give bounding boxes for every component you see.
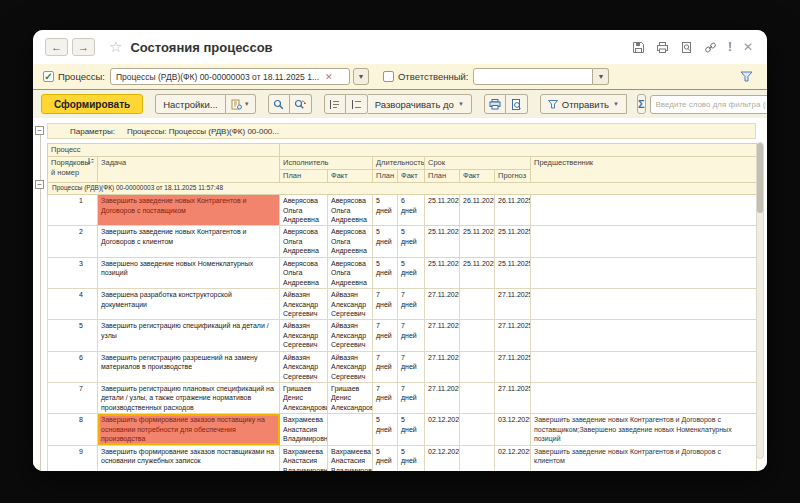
header-executor[interactable]: Исполнитель bbox=[280, 157, 373, 170]
cell-forecast[interactable]: 03.12.2025 bbox=[495, 414, 531, 445]
filter-funnel-button[interactable] bbox=[735, 68, 757, 86]
cell-num[interactable]: 7 bbox=[48, 383, 98, 414]
cell-exec-fact[interactable]: Айвазян Александр Сергеевич bbox=[328, 351, 373, 382]
cell-task[interactable]: Завершить регистрацию плановых специфика… bbox=[98, 383, 280, 414]
cell-forecast[interactable]: 27.11.2025 bbox=[495, 351, 531, 382]
cell-task[interactable]: Завершить заведение новых Контрагентов и… bbox=[98, 195, 280, 226]
cell-date-fact[interactable]: 25.11.2025 bbox=[460, 226, 495, 257]
cell-predecessor[interactable] bbox=[531, 383, 757, 414]
cell-dur-plan[interactable]: 7 дней bbox=[373, 289, 398, 320]
cell-exec-fact[interactable]: Аверясова Ольга Андреевна bbox=[328, 195, 373, 226]
group-row-label[interactable]: Процессы (РДВ)(ФК) 00-00000003 от 18.11.… bbox=[48, 183, 757, 195]
preview-icon[interactable] bbox=[680, 41, 693, 54]
cell-date-plan[interactable]: 25.11.2025 bbox=[425, 226, 460, 257]
cell-num[interactable]: 1 bbox=[48, 195, 98, 226]
alerts-icon[interactable]: ! bbox=[728, 40, 732, 54]
cell-predecessor[interactable] bbox=[531, 257, 757, 288]
cell-exec-plan[interactable]: Аверясова Ольга Андреевна bbox=[280, 226, 328, 257]
filter-word-input[interactable] bbox=[650, 95, 768, 114]
cell-dur-fact[interactable]: 7 дней bbox=[398, 351, 425, 382]
cell-dur-plan[interactable]: 5 дней bbox=[373, 414, 398, 445]
cell-forecast[interactable]: 25.11.2025 bbox=[495, 226, 531, 257]
cell-task[interactable]: Завершить регистрацию разрешений на заме… bbox=[98, 351, 280, 382]
cell-dur-plan[interactable]: 5 дней bbox=[373, 226, 398, 257]
cell-forecast[interactable]: 27.11.2025 bbox=[495, 289, 531, 320]
collapse-groups-button[interactable] bbox=[324, 94, 346, 114]
cell-num[interactable]: 9 bbox=[48, 445, 98, 471]
cell-date-fact[interactable]: 26.11.2025 bbox=[460, 195, 495, 226]
sum-button[interactable]: Σ bbox=[637, 94, 646, 114]
cell-dur-plan[interactable]: 5 дней bbox=[373, 257, 398, 288]
cell-date-fact[interactable] bbox=[460, 445, 495, 471]
cell-dur-plan[interactable]: 5 дней bbox=[373, 445, 398, 471]
cell-date-plan[interactable]: 02.12.2025 bbox=[425, 414, 460, 445]
expand-groups-button[interactable] bbox=[346, 94, 368, 114]
cell-num[interactable]: 5 bbox=[48, 320, 98, 351]
cell-task[interactable]: Завершить заведение новых Контрагентов и… bbox=[98, 226, 280, 257]
collapse-parameters-icon[interactable]: − bbox=[35, 126, 44, 135]
forward-button[interactable]: → bbox=[72, 38, 95, 56]
cell-exec-fact[interactable]: Айвазян Александр Сергеевич bbox=[328, 320, 373, 351]
cell-predecessor[interactable] bbox=[531, 195, 757, 226]
print-icon[interactable] bbox=[656, 41, 669, 54]
processes-dropdown-button[interactable]: ▼ bbox=[353, 68, 369, 85]
cell-date-fact[interactable] bbox=[460, 383, 495, 414]
cell-task[interactable]: Завершить формирование заказов поставщик… bbox=[98, 445, 280, 471]
cell-date-plan[interactable]: 27.11.2025 bbox=[425, 351, 460, 382]
cell-task[interactable]: Завершить регистрацию спецификаций на де… bbox=[98, 320, 280, 351]
cell-dur-fact[interactable]: 5 дней bbox=[398, 226, 425, 257]
header-predecessor[interactable]: Предшественник bbox=[531, 157, 757, 183]
settings-button[interactable]: Настройки... bbox=[155, 94, 226, 114]
cell-dur-plan[interactable]: 7 дней bbox=[373, 351, 398, 382]
cell-exec-fact[interactable]: Аверясова Ольга Андреевна bbox=[328, 257, 373, 288]
header-exec-fact[interactable]: Факт bbox=[328, 170, 373, 183]
cell-dur-fact[interactable]: 7 дней bbox=[398, 289, 425, 320]
cell-exec-plan[interactable]: Айвазян Александр Сергеевич bbox=[280, 320, 328, 351]
cell-dur-fact[interactable]: 6 дней bbox=[398, 195, 425, 226]
cell-task[interactable]: Завершена разработка конструкторской док… bbox=[98, 289, 280, 320]
header-task[interactable]: Задача bbox=[98, 157, 280, 183]
processes-checkbox[interactable]: ✓ bbox=[43, 71, 54, 82]
cell-exec-fact[interactable]: Айвазян Александр Сергеевич bbox=[328, 289, 373, 320]
cell-predecessor[interactable] bbox=[531, 289, 757, 320]
cell-date-plan[interactable]: 27.11.2025 bbox=[425, 320, 460, 351]
cell-num[interactable]: 6 bbox=[48, 351, 98, 382]
vertical-scrollbar[interactable] bbox=[756, 142, 764, 459]
cell-dur-fact[interactable]: 5 дней bbox=[398, 414, 425, 445]
cell-predecessor[interactable]: Завершить заведение новых Контрагентов и… bbox=[531, 445, 757, 471]
cell-exec-plan[interactable]: Вахрамеева Анастасия Владимировна bbox=[280, 414, 328, 445]
cell-predecessor[interactable] bbox=[531, 226, 757, 257]
cell-dur-fact[interactable]: 7 дней bbox=[398, 320, 425, 351]
cell-exec-plan[interactable]: Айвазян Александр Сергеевич bbox=[280, 351, 328, 382]
cell-dur-fact[interactable]: 7 дней bbox=[398, 383, 425, 414]
close-icon[interactable]: ✕ bbox=[743, 40, 753, 54]
search-button[interactable] bbox=[268, 94, 290, 114]
processes-field[interactable]: Процессы (РДВ)(ФК) 00-00000003 от 18.11.… bbox=[110, 68, 350, 85]
cell-date-fact[interactable] bbox=[460, 289, 495, 320]
cell-dur-plan[interactable]: 5 дней bbox=[373, 195, 398, 226]
cell-num[interactable]: 3 bbox=[48, 257, 98, 288]
link-icon[interactable] bbox=[704, 41, 717, 54]
cell-dur-plan[interactable]: 7 дней bbox=[373, 383, 398, 414]
generate-button[interactable]: Сформировать bbox=[41, 94, 143, 114]
cell-date-fact[interactable]: 25.11.2025 bbox=[460, 257, 495, 288]
cell-exec-fact[interactable]: Гришаев Денис Александрович bbox=[328, 383, 373, 414]
cell-date-fact[interactable] bbox=[460, 351, 495, 382]
header-dur-fact[interactable]: Факт bbox=[398, 170, 425, 183]
cell-exec-fact[interactable] bbox=[328, 414, 373, 445]
cell-forecast[interactable]: 02.12.2025 bbox=[495, 445, 531, 471]
cell-forecast[interactable]: 27.11.2025 bbox=[495, 383, 531, 414]
responsible-checkbox[interactable] bbox=[383, 71, 394, 82]
print-preview-button[interactable] bbox=[506, 94, 528, 114]
header-term-plan[interactable]: План bbox=[425, 170, 460, 183]
responsible-field[interactable] bbox=[473, 68, 593, 85]
cell-date-fact[interactable] bbox=[460, 320, 495, 351]
header-ordinal[interactable]: Порядковый номер bbox=[48, 157, 98, 183]
header-dur-plan[interactable]: План bbox=[373, 170, 398, 183]
cell-task[interactable]: Завершить формирование заказов поставщик… bbox=[98, 414, 280, 445]
header-term-fact[interactable]: Факт bbox=[460, 170, 495, 183]
cell-task[interactable]: Завершено заведение новых Номенклатурных… bbox=[98, 257, 280, 288]
send-button[interactable]: Отправить▼ bbox=[540, 94, 627, 114]
expand-to-button[interactable]: Разворачивать до▼ bbox=[368, 94, 472, 114]
cell-exec-plan[interactable]: Айвазян Александр Сергеевич bbox=[280, 289, 328, 320]
